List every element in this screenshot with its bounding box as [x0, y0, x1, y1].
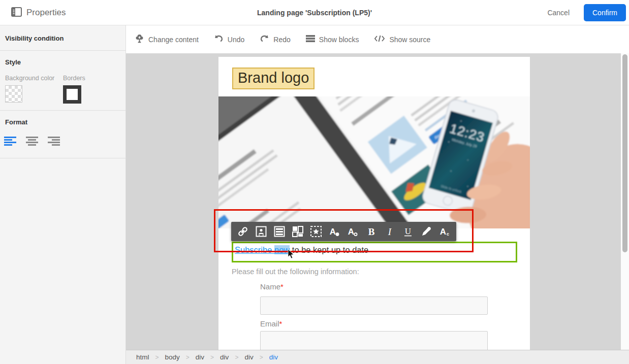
svg-text:B: B — [368, 226, 374, 237]
confirm-button[interactable]: Confirm — [584, 4, 626, 21]
email-input[interactable] — [260, 331, 488, 350]
required-asterisk: * — [279, 319, 282, 328]
scrollbar-thumb[interactable] — [622, 54, 627, 252]
breadcrumb-separator: > — [210, 354, 214, 361]
selected-text: now — [274, 245, 290, 254]
svg-text:A: A — [348, 227, 354, 237]
breadcrumb-separator: > — [155, 354, 159, 361]
canvas-scrollbar — [621, 53, 629, 350]
format-heading: Format — [5, 118, 27, 126]
cancel-button[interactable]: Cancel — [547, 0, 570, 25]
breadcrumb-item-div-selected[interactable]: div — [269, 353, 278, 361]
properties-toggle[interactable]: Properties — [11, 6, 66, 19]
background-color-swatch[interactable] — [5, 85, 22, 103]
undo-button[interactable]: Undo — [214, 34, 244, 45]
landing-page-preview: Brand logo — [218, 57, 530, 350]
background-color-label: Background color — [5, 75, 54, 82]
font-highlight-icon[interactable]: A — [346, 225, 359, 238]
svg-text:A: A — [440, 227, 446, 237]
italic-icon[interactable]: I — [383, 225, 396, 238]
svg-text:U: U — [405, 226, 411, 236]
brand-logo-block[interactable]: Brand logo — [232, 68, 314, 89]
form-intro-text: Please fill out the following informatio… — [232, 268, 359, 276]
breadcrumb-item-div-3[interactable]: div — [244, 353, 253, 361]
link-icon[interactable] — [236, 225, 249, 238]
divider — [0, 110, 125, 111]
editable-text-block[interactable]: Subscribe now to be kept up to date — [232, 242, 517, 262]
divider — [0, 158, 125, 158]
breadcrumb-item-div-2[interactable]: div — [220, 353, 229, 361]
svg-text:A: A — [330, 227, 336, 237]
subscribe-line: Subscribe now to be kept up to date — [235, 245, 368, 255]
underline-icon[interactable]: U — [401, 225, 415, 238]
align-left-icon[interactable] — [4, 136, 17, 146]
show-source-icon — [374, 35, 385, 44]
borders-swatch[interactable] — [63, 85, 81, 104]
svg-text:I: I — [387, 226, 392, 237]
style-heading: Style — [5, 58, 21, 66]
breadcrumb-item-div-1[interactable]: div — [196, 353, 204, 361]
breadcrumb-separator: > — [186, 354, 190, 361]
side-panel-icon — [11, 7, 22, 19]
align-center-icon[interactable] — [25, 136, 39, 146]
name-label: Name* — [260, 282, 284, 291]
landing-page-editor: Properties Landing page 'Subscription (L… — [0, 0, 629, 364]
header-bar: Properties Landing page 'Subscription (L… — [0, 0, 629, 25]
divider — [0, 50, 125, 51]
svg-text:c: c — [447, 231, 449, 237]
breadcrumb-item-body[interactable]: body — [165, 353, 180, 361]
bold-icon[interactable]: B — [365, 225, 378, 238]
required-asterisk: * — [280, 282, 284, 291]
name-input[interactable] — [260, 296, 488, 315]
properties-label: Properties — [26, 8, 66, 18]
dynamic-content-icon[interactable] — [309, 225, 323, 238]
text-style-icon[interactable]: Ac — [438, 225, 451, 238]
editor-toolbar: Change content Undo Redo Show blocks Sho… — [126, 25, 629, 53]
page-title: Landing page 'Subscription (LP5)' — [0, 0, 629, 25]
change-content-button[interactable]: Change content — [135, 34, 199, 45]
rich-text-toolbar: A A B I U Ac — [231, 222, 456, 241]
visibility-condition-heading: Visibility condition — [5, 35, 64, 42]
font-color-icon[interactable]: A — [328, 225, 341, 238]
hero-image[interactable]: Read more — [218, 96, 530, 228]
dom-breadcrumb: html > body > div > div > div > div — [126, 350, 629, 364]
subscribe-link[interactable]: Subscribe now — [235, 245, 290, 254]
properties-sidebar: Visibility condition Style Background co… — [0, 25, 126, 364]
email-label: Email* — [260, 319, 282, 328]
editor-canvas: Brand logo — [126, 53, 629, 350]
show-blocks-icon — [306, 35, 315, 44]
breadcrumb-item-html[interactable]: html — [136, 353, 149, 361]
breadcrumb-separator: > — [260, 354, 263, 361]
breadcrumb-separator: > — [235, 354, 238, 361]
eyedropper-icon[interactable] — [420, 225, 433, 238]
borders-label: Borders — [63, 75, 85, 82]
layout-grid-icon[interactable] — [291, 225, 304, 238]
alignment-buttons — [4, 136, 60, 146]
align-right-icon[interactable] — [47, 136, 60, 146]
show-blocks-button[interactable]: Show blocks — [306, 35, 359, 44]
redo-button[interactable]: Redo — [260, 34, 290, 45]
layout-rows-icon[interactable] — [273, 225, 286, 238]
redo-icon — [260, 34, 269, 45]
personalization-block-icon[interactable] — [255, 225, 268, 238]
undo-icon — [214, 34, 224, 45]
change-content-tree-icon — [135, 34, 144, 45]
show-source-button[interactable]: Show source — [374, 35, 430, 44]
